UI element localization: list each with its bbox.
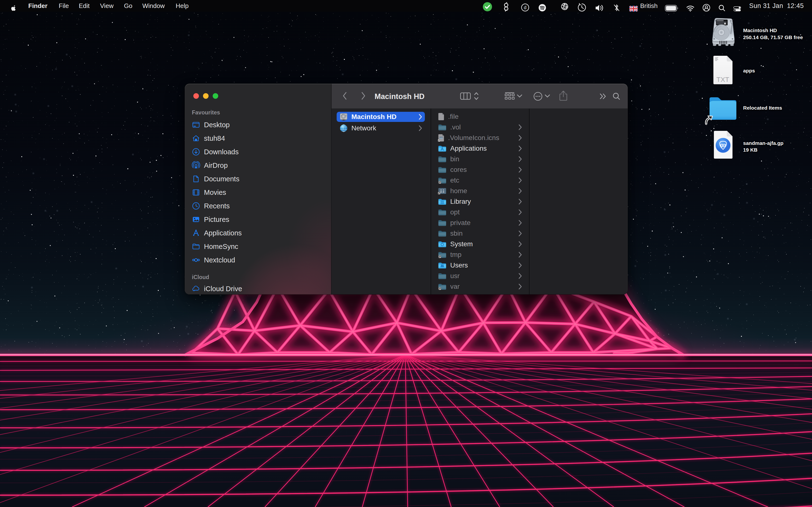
svg-text:d: d [524,5,526,10]
svg-text:TXT: TXT [717,76,729,83]
svg-text:gp: gp [720,142,726,148]
svg-text:!: ! [564,4,565,6]
